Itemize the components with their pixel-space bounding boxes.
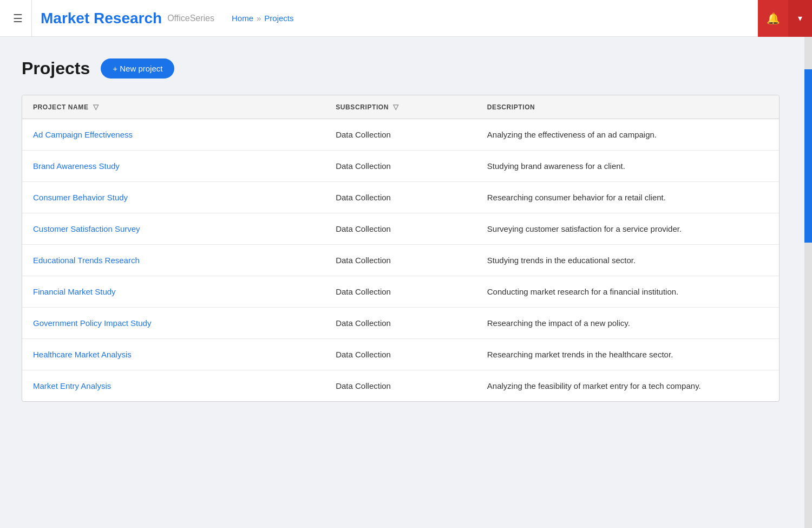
project-name-cell[interactable]: Customer Satisfaction Survey xyxy=(22,213,325,245)
page-header: Projects + New project xyxy=(22,58,790,79)
project-name-cell[interactable]: Market Entry Analysis xyxy=(22,370,325,402)
description-cell: Researching consumer behavior for a reta… xyxy=(476,182,779,213)
app-subtitle: OfficeSeries xyxy=(167,14,214,23)
table-row: Financial Market StudyData CollectionCon… xyxy=(22,276,779,308)
project-name-cell[interactable]: Government Policy Impact Study xyxy=(22,308,325,339)
header-divider xyxy=(31,0,32,37)
col-header-description: DESCRIPTION xyxy=(476,95,779,119)
scrollbar-thumb[interactable] xyxy=(804,69,812,243)
app-title: Market Research xyxy=(41,10,162,27)
filter-icon-project-name[interactable]: ▽ xyxy=(93,103,99,111)
project-name-cell[interactable]: Consumer Behavior Study xyxy=(22,182,325,213)
breadcrumb-current[interactable]: Projects xyxy=(264,14,293,23)
header-actions: 🔔 ▾ xyxy=(758,0,812,37)
project-name-cell[interactable]: Brand Awareness Study xyxy=(22,151,325,182)
new-project-button[interactable]: + New project xyxy=(101,58,174,79)
table-header-row: PROJECT NAME ▽ SUBSCRIPTION ▽ DESCRIPTIO… xyxy=(22,95,779,119)
user-dropdown-button[interactable]: ▾ xyxy=(788,0,812,37)
table-row: Educational Trends ResearchData Collecti… xyxy=(22,245,779,276)
projects-table: PROJECT NAME ▽ SUBSCRIPTION ▽ DESCRIPTIO… xyxy=(22,95,779,401)
subscription-cell: Data Collection xyxy=(325,182,476,213)
page-title: Projects xyxy=(22,58,90,79)
description-cell: Conducting market research for a financi… xyxy=(476,276,779,308)
col-header-project-name: PROJECT NAME ▽ xyxy=(22,95,325,119)
table-row: Ad Campaign EffectivenessData Collection… xyxy=(22,119,779,151)
breadcrumb-home[interactable]: Home xyxy=(232,14,253,23)
table-row: Healthcare Market AnalysisData Collectio… xyxy=(22,339,779,370)
project-name-cell[interactable]: Healthcare Market Analysis xyxy=(22,339,325,370)
description-cell: Studying brand awareness for a client. xyxy=(476,151,779,182)
description-cell: Analyzing the feasibility of market entr… xyxy=(476,370,779,402)
col-label-project-name: PROJECT NAME xyxy=(33,103,89,111)
filter-icon-subscription[interactable]: ▽ xyxy=(393,103,399,111)
table-row: Market Entry AnalysisData CollectionAnal… xyxy=(22,370,779,402)
description-cell: Studying trends in the educational secto… xyxy=(476,245,779,276)
table-row: Customer Satisfaction SurveyData Collect… xyxy=(22,213,779,245)
subscription-cell: Data Collection xyxy=(325,213,476,245)
app-header: ☰ Market Research OfficeSeries Home » Pr… xyxy=(0,0,812,37)
subscription-cell: Data Collection xyxy=(325,276,476,308)
main-content: Projects + New project PROJECT NAME ▽ SU… xyxy=(0,37,812,423)
notifications-button[interactable]: 🔔 xyxy=(758,0,788,37)
project-name-cell[interactable]: Ad Campaign Effectiveness xyxy=(22,119,325,151)
subscription-cell: Data Collection xyxy=(325,151,476,182)
table-row: Consumer Behavior StudyData CollectionRe… xyxy=(22,182,779,213)
table-row: Government Policy Impact StudyData Colle… xyxy=(22,308,779,339)
col-header-subscription: SUBSCRIPTION ▽ xyxy=(325,95,476,119)
subscription-cell: Data Collection xyxy=(325,370,476,402)
hamburger-menu-icon[interactable]: ☰ xyxy=(9,8,27,29)
description-cell: Researching market trends in the healthc… xyxy=(476,339,779,370)
description-cell: Analyzing the effectiveness of an ad cam… xyxy=(476,119,779,151)
table-header: PROJECT NAME ▽ SUBSCRIPTION ▽ DESCRIPTIO… xyxy=(22,95,779,119)
subscription-cell: Data Collection xyxy=(325,339,476,370)
project-name-cell[interactable]: Financial Market Study xyxy=(22,276,325,308)
project-name-cell[interactable]: Educational Trends Research xyxy=(22,245,325,276)
projects-table-container: PROJECT NAME ▽ SUBSCRIPTION ▽ DESCRIPTIO… xyxy=(22,95,780,402)
scrollbar[interactable] xyxy=(804,37,812,528)
table-body: Ad Campaign EffectivenessData Collection… xyxy=(22,119,779,402)
breadcrumb-separator: » xyxy=(257,14,261,23)
description-cell: Surveying customer satisfaction for a se… xyxy=(476,213,779,245)
col-label-subscription: SUBSCRIPTION xyxy=(336,103,389,111)
col-label-description: DESCRIPTION xyxy=(487,103,535,111)
breadcrumb: Home » Projects xyxy=(232,14,294,23)
subscription-cell: Data Collection xyxy=(325,308,476,339)
description-cell: Researching the impact of a new policy. xyxy=(476,308,779,339)
subscription-cell: Data Collection xyxy=(325,245,476,276)
table-row: Brand Awareness StudyData CollectionStud… xyxy=(22,151,779,182)
subscription-cell: Data Collection xyxy=(325,119,476,151)
